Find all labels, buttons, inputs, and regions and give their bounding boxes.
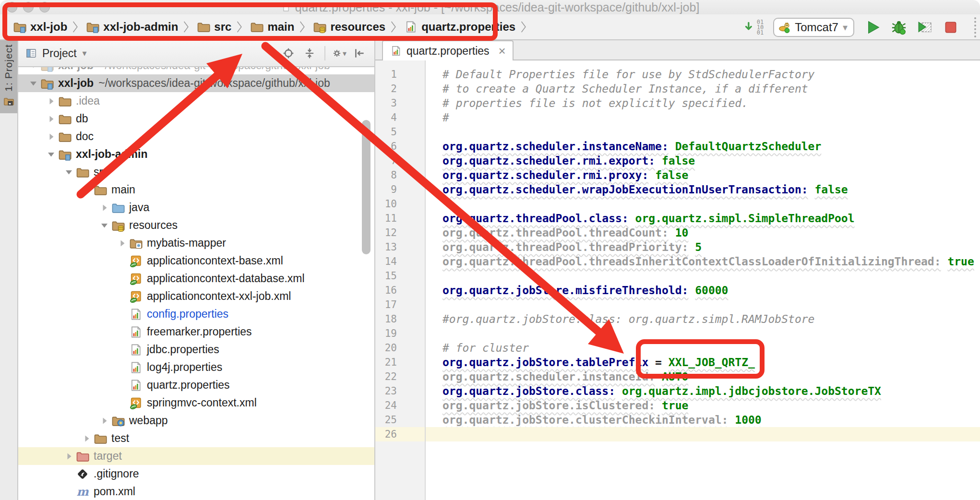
tree-row-label: .gitignore (94, 467, 139, 480)
code-segment (648, 169, 655, 181)
chevron-collapsed-icon[interactable] (80, 433, 93, 444)
breadcrumb-item[interactable]: xxl-job-admin (85, 20, 178, 34)
code-line: 15 (375, 269, 980, 283)
line-number: 3 (375, 96, 426, 110)
chevron-collapsed-icon[interactable] (62, 451, 75, 462)
hide-panel-icon[interactable] (353, 46, 368, 60)
tree-row[interactable]: .gitignore (18, 465, 374, 483)
code-text (426, 427, 442, 441)
line-number: 15 (375, 269, 426, 283)
tree-row-label: target (94, 450, 122, 463)
tree-row[interactable]: target (18, 447, 374, 465)
tree-row[interactable]: springmvc-context.xml (18, 394, 374, 412)
code-segment: org.quartz.threadPool.class: (442, 212, 629, 225)
tree-row[interactable]: config.properties (18, 305, 374, 323)
spring-file-icon (129, 289, 143, 304)
chevron-collapsed-icon[interactable] (45, 131, 58, 143)
tree-row[interactable]: webapp (18, 412, 374, 429)
run-button[interactable] (864, 18, 882, 36)
code-text (426, 298, 442, 312)
run-with-coverage-button[interactable] (916, 18, 934, 36)
line-number: 23 (375, 384, 426, 398)
line-number: 7 (375, 154, 426, 168)
tree-row[interactable]: mpom.xml (18, 483, 374, 500)
code-text: org.quartz.scheduler.instanceId: AUTO (426, 369, 688, 384)
tree-row[interactable]: applicationcontext-xxl-job.xml (18, 287, 374, 305)
tree-row[interactable]: applicationcontext-database.xml (18, 270, 374, 287)
tree-row[interactable]: freemarker.properties (18, 323, 374, 341)
code-line: 1# Default Properties file for use by St… (375, 67, 980, 82)
line-number: 5 (375, 125, 426, 139)
breadcrumb-item[interactable]: src (196, 20, 231, 34)
code-segment (655, 370, 662, 383)
breadcrumb-item[interactable]: resources (312, 20, 385, 34)
folder-icon (250, 20, 264, 34)
chevron-collapsed-icon[interactable] (45, 95, 58, 107)
chevron-expanded-icon[interactable] (45, 149, 58, 160)
tree-row[interactable]: jdbc.properties (18, 341, 374, 358)
chevron-collapsed-icon[interactable] (98, 202, 111, 214)
chevron-spacer (62, 468, 75, 480)
code-segment (629, 212, 635, 225)
locate-icon[interactable] (282, 46, 297, 60)
code-segment: org.quartz.jobStore.clusterCheckinInterv… (442, 414, 728, 426)
header-separator (324, 46, 325, 60)
tree-row[interactable]: xxl-job-admin (18, 145, 374, 163)
tree-row[interactable]: applicationcontext-base.xml (18, 252, 374, 270)
document-icon (281, 2, 291, 12)
run-toolbar: 011001 Tomcat7 ▾ (743, 14, 976, 40)
chevron-collapsed-icon[interactable] (45, 113, 58, 125)
project-tree-scrollbar[interactable] (362, 120, 370, 254)
tab-quartz-properties[interactable]: quartz.properties × (382, 40, 514, 60)
chevron-expanded-icon[interactable] (80, 184, 93, 196)
debug-button[interactable] (890, 18, 908, 36)
code-segment: true (662, 399, 688, 412)
tree-row[interactable]: mybatis-mapper (18, 234, 374, 252)
module-folder-icon (85, 20, 100, 34)
window-title-area: quartz.properties - xxl-job - [~/workspa… (0, 0, 980, 14)
project-header-actions: ▾ (275, 46, 368, 60)
editor-content[interactable]: 1# Default Properties file for use by St… (375, 60, 980, 500)
update-available-button[interactable]: 011001 (743, 20, 764, 36)
breadcrumb-item[interactable]: xxl-job (12, 20, 67, 34)
code-line: 21org.quartz.jobStore.tablePrefix = XXL_… (375, 355, 980, 369)
code-line: 24org.quartz.jobStore.isClustered: true (375, 398, 980, 413)
tree-row[interactable]: db (18, 110, 374, 128)
chevron-spacer (116, 309, 129, 320)
chevron-down-icon[interactable]: ▾ (83, 48, 87, 59)
tree-row[interactable]: xxl-job ~/workspaces/idea-git-workspace/… (18, 74, 374, 92)
tree-row[interactable]: quartz.properties (18, 376, 374, 394)
settings-gear-icon[interactable]: ▾ (332, 46, 347, 60)
tree-row[interactable]: log4j.properties (18, 358, 374, 376)
code-segment: 10 (675, 226, 689, 239)
breadcrumb-item[interactable]: main (250, 20, 294, 34)
chevron-expanded-icon[interactable] (27, 78, 40, 89)
stop-button[interactable] (942, 18, 960, 36)
line-number: 4 (375, 110, 426, 125)
project-tree[interactable]: xxl-job ~/workspaces/idea-git-workspace/… (18, 67, 374, 500)
code-text: org.quartz.scheduler.instanceName: Defau… (426, 139, 821, 154)
line-number: 19 (375, 326, 426, 341)
chevron-spacer (116, 344, 129, 356)
collapse-all-icon[interactable] (303, 46, 318, 60)
project-tool-window-button[interactable]: 1: Project (0, 40, 17, 113)
code-segment (941, 255, 948, 268)
breadcrumb-item[interactable]: quartz.properties (404, 20, 515, 34)
tree-row[interactable]: .idea (18, 92, 374, 110)
chevron-expanded-icon[interactable] (62, 167, 75, 178)
tree-row[interactable]: doc (18, 128, 374, 145)
tree-row[interactable]: test (18, 429, 374, 447)
tree-row[interactable]: src (18, 163, 374, 181)
project-panel: Project ▾ ▾ xxl-job ~/workspaces/idea-gi… (18, 40, 374, 500)
chevron-spacer (116, 362, 129, 373)
chevron-expanded-icon[interactable] (98, 220, 111, 231)
folder-icon (75, 165, 90, 179)
tab-close-icon[interactable]: × (499, 46, 506, 56)
chevron-collapsed-icon[interactable] (116, 238, 129, 249)
tree-row[interactable]: java (18, 199, 374, 216)
tree-row[interactable]: resources (18, 216, 374, 234)
run-configuration-select[interactable]: Tomcat7 ▾ (773, 18, 854, 37)
chevron-collapsed-icon[interactable] (98, 415, 111, 427)
tree-row[interactable]: main (18, 181, 374, 199)
spring-file-icon (129, 272, 143, 286)
